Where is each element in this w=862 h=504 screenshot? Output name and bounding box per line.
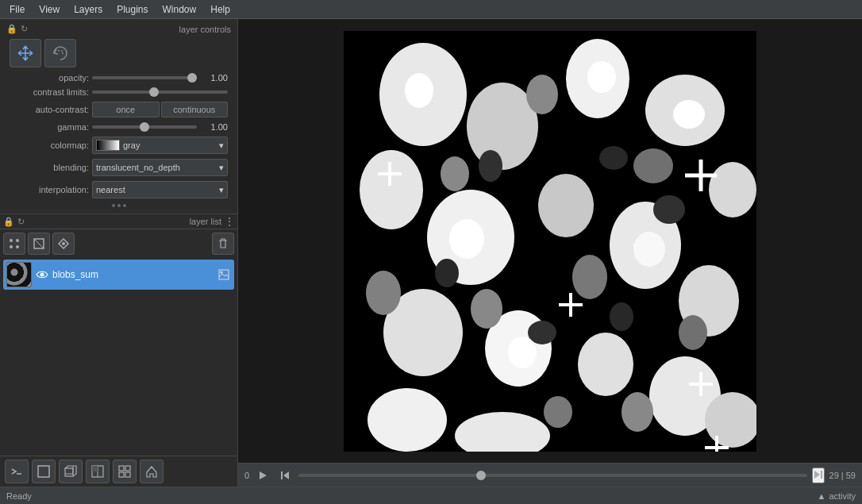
svg-point-1: [16, 239, 19, 242]
lock-icon: 🔒: [6, 24, 17, 34]
gamma-value: 1.00: [200, 122, 228, 132]
interpolation-value: nearest: [96, 185, 125, 194]
grid-tool-btn[interactable]: [113, 460, 137, 483]
transform-buttons: [3, 39, 234, 67]
menu-plugins[interactable]: Plugins: [110, 2, 154, 17]
interpolation-label: interpolation:: [10, 185, 89, 194]
svg-point-8: [221, 271, 223, 274]
2d-tool-btn[interactable]: [32, 460, 56, 483]
svg-point-3: [16, 245, 19, 248]
rotate-transform-btn[interactable]: [44, 39, 76, 67]
svg-point-21: [709, 162, 756, 217]
layer-type-buttons: [0, 229, 237, 258]
svg-point-36: [441, 156, 469, 191]
svg-point-59: [479, 150, 502, 182]
gamma-slider[interactable]: [92, 125, 197, 129]
svg-point-29: [578, 333, 633, 396]
colormap-select[interactable]: gray ▾: [92, 137, 228, 154]
svg-rect-73: [281, 471, 283, 479]
svg-point-61: [653, 195, 685, 224]
svg-point-6: [40, 273, 44, 277]
menu-help[interactable]: Help: [204, 2, 237, 17]
split-tool-btn[interactable]: [86, 460, 110, 483]
layer-lock-icon: 🔒: [3, 217, 14, 227]
menu-file[interactable]: File: [3, 2, 31, 17]
contrast-limits-label: contrast limits:: [10, 87, 89, 97]
status-text: Ready: [6, 491, 32, 501]
svg-rect-10: [65, 468, 73, 476]
continuous-btn[interactable]: continuous: [161, 102, 229, 117]
svg-point-42: [544, 396, 572, 428]
auto-contrast-buttons: once continuous: [92, 102, 228, 117]
refresh-icon: ↻: [21, 24, 28, 34]
menu-layers[interactable]: Layers: [67, 2, 109, 17]
shapes-type-btn[interactable]: [28, 233, 50, 255]
gamma-label: gamma:: [10, 122, 89, 132]
svg-point-64: [610, 302, 633, 331]
main-area: 🔒 ↻ layer controls: [0, 19, 862, 487]
blending-value: translucent_no_depth: [96, 163, 180, 172]
svg-point-35: [633, 148, 673, 183]
prev-frame-button[interactable]: [276, 467, 294, 484]
canvas-area: 0 29 | 59: [238, 19, 862, 487]
home-tool-btn[interactable]: [140, 460, 164, 483]
svg-point-0: [10, 239, 13, 242]
menu-view[interactable]: View: [33, 2, 66, 17]
svg-point-68: [449, 219, 484, 259]
console-tool-btn[interactable]: [5, 460, 29, 483]
3d-box-tool-btn[interactable]: [59, 460, 83, 483]
svg-point-40: [366, 271, 401, 315]
layer-list-header-icons: 🔒 ↻: [3, 217, 25, 227]
opacity-slider-container: [92, 76, 197, 79]
auto-contrast-label: auto-contrast:: [10, 105, 89, 114]
svg-point-39: [679, 315, 707, 350]
delete-layer-btn[interactable]: [212, 233, 234, 255]
layer-item-blobs-sum[interactable]: blobs_sum: [3, 260, 234, 290]
svg-marker-72: [260, 471, 267, 479]
svg-point-38: [471, 289, 502, 329]
opacity-row: opacity: 1.00: [3, 71, 234, 85]
playback-progress-slider[interactable]: [298, 474, 806, 477]
layer-list-menu-icon[interactable]: ⋮: [225, 216, 234, 227]
play-button[interactable]: [254, 467, 271, 484]
visibility-toggle[interactable]: [35, 267, 49, 282]
once-btn[interactable]: once: [92, 102, 160, 117]
image-viewport[interactable]: [238, 19, 862, 463]
svg-point-62: [435, 259, 459, 287]
blending-select[interactable]: translucent_no_depth ▾: [92, 159, 228, 176]
playback-bar: 0 29 | 59: [238, 463, 862, 487]
interpolation-chevron-icon: ▾: [219, 185, 224, 195]
skip-end-button[interactable]: [812, 467, 825, 483]
svg-point-2: [10, 245, 13, 248]
colormap-preview: [96, 140, 120, 151]
header-icons: 🔒 ↻: [6, 24, 28, 34]
opacity-label: opacity:: [10, 73, 89, 83]
colormap-value: gray: [120, 140, 219, 150]
opacity-slider[interactable]: [92, 76, 197, 79]
svg-rect-15: [119, 472, 124, 477]
dot-2: [117, 204, 121, 207]
svg-marker-75: [814, 471, 820, 479]
interpolation-select[interactable]: nearest ▾: [92, 181, 228, 198]
svg-rect-76: [821, 471, 822, 479]
menu-window[interactable]: Window: [156, 2, 203, 17]
svg-point-65: [405, 73, 433, 108]
points-type-btn[interactable]: [3, 233, 25, 255]
dot-1: [112, 204, 115, 207]
svg-rect-7: [219, 270, 229, 279]
colormap-chevron-icon: ▾: [219, 140, 224, 151]
svg-point-5: [62, 242, 65, 245]
contrast-slider-container: [92, 90, 228, 94]
svg-point-63: [528, 321, 556, 344]
opacity-value: 1.00: [200, 73, 228, 83]
svg-point-70: [508, 337, 537, 368]
svg-point-69: [633, 232, 665, 267]
svg-point-67: [673, 100, 705, 129]
blending-row: blending: translucent_no_depth ▾: [3, 156, 234, 179]
frame-start: 0: [244, 471, 249, 480]
contrast-slider[interactable]: [92, 90, 228, 94]
layer-name: blobs_sum: [52, 269, 214, 280]
labels-type-btn[interactable]: [52, 233, 75, 255]
svg-point-37: [572, 255, 607, 299]
move-transform-btn[interactable]: [10, 39, 41, 67]
